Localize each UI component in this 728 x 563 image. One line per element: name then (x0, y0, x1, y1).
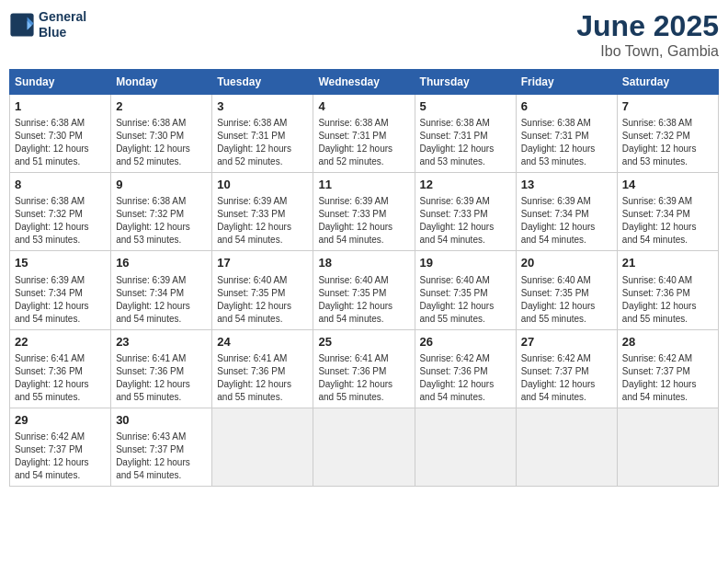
day-info: Sunrise: 6:41 AM Sunset: 7:36 PM Dayligh… (217, 352, 308, 404)
calendar-week-row: 8Sunrise: 6:38 AM Sunset: 7:32 PM Daylig… (10, 173, 719, 251)
day-number: 8 (15, 177, 106, 193)
day-number: 17 (217, 255, 308, 271)
day-info: Sunrise: 6:39 AM Sunset: 7:34 PM Dayligh… (521, 195, 612, 247)
day-info: Sunrise: 6:40 AM Sunset: 7:35 PM Dayligh… (521, 274, 612, 326)
day-number: 6 (521, 98, 612, 115)
title-block: June 2025 Ibo Town, Gambia (576, 9, 719, 60)
day-number: 28 (622, 334, 713, 350)
calendar-day-cell: 8Sunrise: 6:38 AM Sunset: 7:32 PM Daylig… (10, 173, 111, 251)
day-info: Sunrise: 6:38 AM Sunset: 7:31 PM Dayligh… (318, 117, 409, 168)
calendar-day-cell: 12Sunrise: 6:39 AM Sunset: 7:33 PM Dayli… (415, 173, 516, 251)
logo: General Blue (9, 9, 86, 40)
day-number: 29 (15, 412, 106, 429)
calendar-day-cell: 23Sunrise: 6:41 AM Sunset: 7:36 PM Dayli… (111, 329, 212, 408)
day-number: 15 (15, 255, 106, 271)
calendar-day-cell: 17Sunrise: 6:40 AM Sunset: 7:35 PM Dayli… (212, 251, 313, 329)
calendar-day-cell: 1Sunrise: 6:38 AM Sunset: 7:30 PM Daylig… (10, 95, 111, 173)
calendar-week-row: 1Sunrise: 6:38 AM Sunset: 7:30 PM Daylig… (10, 95, 719, 173)
logo-text: General Blue (39, 9, 86, 40)
calendar-body: 1Sunrise: 6:38 AM Sunset: 7:30 PM Daylig… (10, 95, 719, 487)
calendar-week-row: 15Sunrise: 6:39 AM Sunset: 7:34 PM Dayli… (10, 251, 719, 329)
calendar-header-cell: Thursday (415, 70, 516, 95)
day-info: Sunrise: 6:43 AM Sunset: 7:37 PM Dayligh… (116, 431, 207, 482)
day-number: 19 (420, 255, 511, 271)
calendar-day-cell: 4Sunrise: 6:38 AM Sunset: 7:31 PM Daylig… (313, 95, 415, 173)
calendar-day-cell (617, 408, 718, 486)
day-info: Sunrise: 6:41 AM Sunset: 7:36 PM Dayligh… (318, 352, 409, 404)
day-info: Sunrise: 6:41 AM Sunset: 7:36 PM Dayligh… (116, 352, 207, 404)
calendar-day-cell: 25Sunrise: 6:41 AM Sunset: 7:36 PM Dayli… (313, 329, 415, 408)
calendar-day-cell: 29Sunrise: 6:42 AM Sunset: 7:37 PM Dayli… (10, 408, 111, 486)
day-number: 5 (420, 98, 511, 115)
day-info: Sunrise: 6:40 AM Sunset: 7:35 PM Dayligh… (217, 274, 308, 326)
calendar-day-cell: 11Sunrise: 6:39 AM Sunset: 7:33 PM Dayli… (313, 173, 415, 251)
calendar-day-cell: 5Sunrise: 6:38 AM Sunset: 7:31 PM Daylig… (415, 95, 516, 173)
calendar-day-cell: 22Sunrise: 6:41 AM Sunset: 7:36 PM Dayli… (10, 329, 111, 408)
day-info: Sunrise: 6:40 AM Sunset: 7:36 PM Dayligh… (622, 274, 713, 326)
location-title: Ibo Town, Gambia (576, 43, 719, 60)
day-info: Sunrise: 6:42 AM Sunset: 7:37 PM Dayligh… (15, 431, 106, 482)
day-number: 27 (521, 334, 612, 350)
calendar-day-cell: 6Sunrise: 6:38 AM Sunset: 7:31 PM Daylig… (516, 95, 617, 173)
calendar-week-row: 29Sunrise: 6:42 AM Sunset: 7:37 PM Dayli… (10, 408, 719, 486)
calendar-week-row: 22Sunrise: 6:41 AM Sunset: 7:36 PM Dayli… (10, 329, 719, 408)
calendar-header-cell: Sunday (10, 70, 111, 95)
calendar-day-cell: 16Sunrise: 6:39 AM Sunset: 7:34 PM Dayli… (111, 251, 212, 329)
day-info: Sunrise: 6:39 AM Sunset: 7:34 PM Dayligh… (116, 274, 207, 326)
calendar-day-cell: 18Sunrise: 6:40 AM Sunset: 7:35 PM Dayli… (313, 251, 415, 329)
day-info: Sunrise: 6:41 AM Sunset: 7:36 PM Dayligh… (15, 352, 106, 404)
calendar-header-cell: Friday (516, 70, 617, 95)
calendar-day-cell (212, 408, 313, 486)
calendar-header-cell: Monday (111, 70, 212, 95)
calendar-header-cell: Tuesday (212, 70, 313, 95)
calendar-day-cell: 24Sunrise: 6:41 AM Sunset: 7:36 PM Dayli… (212, 329, 313, 408)
day-number: 3 (217, 98, 308, 115)
day-number: 18 (318, 255, 409, 271)
header: General Blue June 2025 Ibo Town, Gambia (9, 9, 719, 60)
day-number: 1 (15, 98, 106, 115)
calendar-day-cell (313, 408, 415, 486)
day-number: 21 (622, 255, 713, 271)
calendar-day-cell: 21Sunrise: 6:40 AM Sunset: 7:36 PM Dayli… (617, 251, 718, 329)
calendar-day-cell: 9Sunrise: 6:38 AM Sunset: 7:32 PM Daylig… (111, 173, 212, 251)
calendar-day-cell: 14Sunrise: 6:39 AM Sunset: 7:34 PM Dayli… (617, 173, 718, 251)
day-info: Sunrise: 6:38 AM Sunset: 7:30 PM Dayligh… (116, 117, 207, 168)
day-number: 16 (116, 255, 207, 271)
day-info: Sunrise: 6:40 AM Sunset: 7:35 PM Dayligh… (420, 274, 511, 326)
calendar-day-cell: 10Sunrise: 6:39 AM Sunset: 7:33 PM Dayli… (212, 173, 313, 251)
calendar-day-cell: 3Sunrise: 6:38 AM Sunset: 7:31 PM Daylig… (212, 95, 313, 173)
day-info: Sunrise: 6:42 AM Sunset: 7:36 PM Dayligh… (420, 352, 511, 404)
calendar-header-cell: Saturday (617, 70, 718, 95)
calendar-day-cell: 19Sunrise: 6:40 AM Sunset: 7:35 PM Dayli… (415, 251, 516, 329)
day-info: Sunrise: 6:39 AM Sunset: 7:33 PM Dayligh… (217, 195, 308, 247)
day-number: 7 (622, 98, 713, 115)
day-info: Sunrise: 6:38 AM Sunset: 7:32 PM Dayligh… (622, 117, 713, 168)
calendar-day-cell: 13Sunrise: 6:39 AM Sunset: 7:34 PM Dayli… (516, 173, 617, 251)
day-info: Sunrise: 6:38 AM Sunset: 7:31 PM Dayligh… (420, 117, 511, 168)
day-info: Sunrise: 6:38 AM Sunset: 7:32 PM Dayligh… (15, 195, 106, 247)
day-info: Sunrise: 6:42 AM Sunset: 7:37 PM Dayligh… (521, 352, 612, 404)
calendar-day-cell: 2Sunrise: 6:38 AM Sunset: 7:30 PM Daylig… (111, 95, 212, 173)
calendar-header-row: SundayMondayTuesdayWednesdayThursdayFrid… (10, 70, 719, 95)
day-number: 14 (622, 177, 713, 193)
day-number: 12 (420, 177, 511, 193)
day-number: 23 (116, 334, 207, 350)
day-number: 20 (521, 255, 612, 271)
day-info: Sunrise: 6:42 AM Sunset: 7:37 PM Dayligh… (622, 352, 713, 404)
calendar-day-cell: 15Sunrise: 6:39 AM Sunset: 7:34 PM Dayli… (10, 251, 111, 329)
day-number: 10 (217, 177, 308, 193)
calendar-day-cell (415, 408, 516, 486)
calendar-day-cell (516, 408, 617, 486)
day-number: 25 (318, 334, 409, 350)
day-number: 4 (318, 98, 409, 115)
day-info: Sunrise: 6:39 AM Sunset: 7:34 PM Dayligh… (622, 195, 713, 247)
calendar-day-cell: 27Sunrise: 6:42 AM Sunset: 7:37 PM Dayli… (516, 329, 617, 408)
calendar-day-cell: 28Sunrise: 6:42 AM Sunset: 7:37 PM Dayli… (617, 329, 718, 408)
month-title: June 2025 (576, 9, 719, 43)
day-number: 13 (521, 177, 612, 193)
day-number: 26 (420, 334, 511, 350)
day-number: 30 (116, 412, 207, 429)
calendar-day-cell: 20Sunrise: 6:40 AM Sunset: 7:35 PM Dayli… (516, 251, 617, 329)
day-info: Sunrise: 6:39 AM Sunset: 7:33 PM Dayligh… (318, 195, 409, 247)
calendar-header-cell: Wednesday (313, 70, 415, 95)
